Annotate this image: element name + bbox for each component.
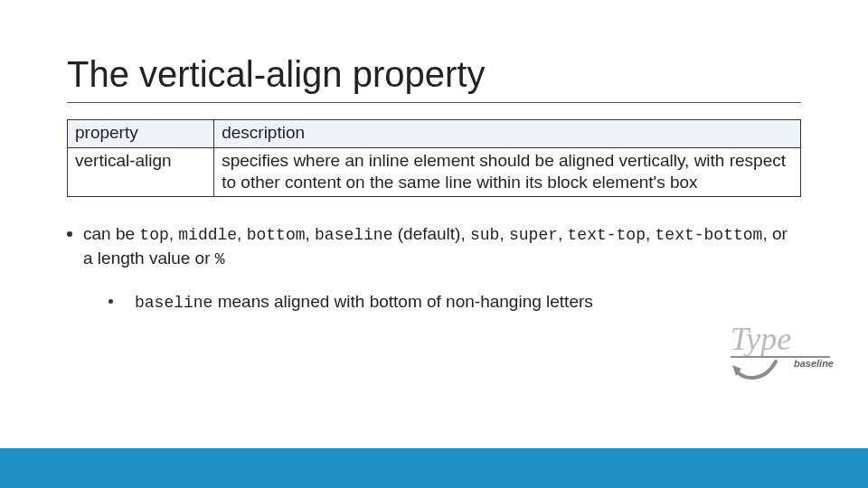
code-token: baseline — [135, 294, 212, 312]
code-token: text-bottom — [656, 226, 763, 244]
property-table: property description vertical-align spec… — [67, 119, 801, 197]
footer-bar — [0, 448, 868, 488]
code-token: super — [509, 226, 558, 244]
code-token: baseline — [315, 226, 392, 244]
code-token: text-top — [568, 226, 646, 244]
title-underline — [67, 102, 801, 103]
bullet-level-1: can be top, middle, bottom, baseline (de… — [67, 222, 801, 270]
code-token: middle — [178, 226, 237, 244]
bullet-dot-icon — [67, 231, 72, 237]
table-header-property: property — [68, 120, 214, 148]
table-cell-property: vertical-align — [68, 147, 214, 197]
table-cell-description: specifies where an inline element should… — [214, 147, 801, 197]
text-fragment: means aligned with bottom of non-hanging… — [212, 292, 592, 311]
text-fragment: can be — [83, 224, 139, 243]
baseline-figure: Type baseline — [731, 325, 830, 390]
page-title: The vertical-align property — [67, 54, 801, 95]
slide: The vertical-align property property des… — [0, 0, 868, 488]
table-header-description: description — [214, 120, 801, 148]
table-row: vertical-align specifies where an inline… — [68, 147, 801, 197]
body: can be top, middle, bottom, baseline (de… — [67, 222, 801, 314]
table-header-row: property description — [68, 120, 801, 148]
bullet-level-1-text: can be top, middle, bottom, baseline (de… — [83, 222, 801, 270]
code-token: % — [215, 250, 225, 268]
code-token: top — [139, 226, 168, 244]
code-token: bottom — [247, 226, 306, 244]
baseline-figure-word: Type — [731, 320, 791, 358]
curved-arrow-icon — [729, 358, 783, 385]
code-token: sub — [470, 226, 499, 244]
bullet-dot-icon — [108, 299, 113, 304]
text-fragment: (default) — [392, 224, 460, 243]
baseline-figure-label: baseline — [794, 358, 834, 369]
bullet-level-2-text: baseline means aligned with bottom of no… — [135, 290, 593, 314]
bullet-level-2: baseline means aligned with bottom of no… — [108, 290, 801, 314]
